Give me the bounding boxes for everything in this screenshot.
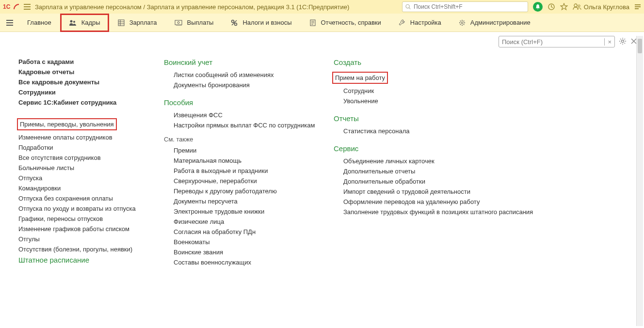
see-also-heading: См. также [164, 136, 334, 143]
link-overtime[interactable]: Сверхурочные, переработки [174, 177, 334, 185]
svg-point-8 [578, 5, 580, 7]
link-comp-off[interactable]: Отгулы [18, 235, 164, 243]
group-service: Сервис [334, 144, 547, 153]
favorites-button[interactable] [560, 3, 568, 11]
group-create: Создать [334, 58, 547, 66]
menu-reports[interactable]: Отчетность, справки [301, 14, 390, 32]
link-military-change[interactable]: Листки сообщений об изменениях [174, 71, 334, 78]
link-vacation-schedules[interactable]: Графики, переносы отпусков [18, 215, 164, 222]
global-search[interactable] [402, 1, 528, 12]
link-bonuses[interactable]: Премии [174, 147, 334, 154]
link-all-absences[interactable]: Все отсутствия сотрудников [18, 154, 164, 161]
window-menu-button[interactable] [634, 3, 641, 10]
svg-point-22 [177, 21, 179, 23]
column-middle: Воинский учет Листки сообщений об измене… [164, 55, 334, 324]
link-all-hr-docs[interactable]: Все кадровые документы [18, 78, 164, 86]
link-extra-reports[interactable]: Дополнительные отчеты [343, 168, 547, 175]
user-icon [573, 3, 581, 10]
link-pay-change[interactable]: Изменение оплаты сотрудников [18, 134, 164, 141]
svg-point-31 [461, 22, 463, 24]
clear-search-button[interactable]: × [604, 38, 612, 46]
link-work-with-hr[interactable]: Работа с кадрами [18, 58, 164, 65]
link-military-offices[interactable]: Военкоматы [174, 238, 334, 246]
user-menu[interactable]: Ольга Круглова [573, 3, 629, 11]
group-staffing[interactable]: Штатное расписание [18, 256, 164, 264]
link-import-labor[interactable]: Импорт сведений о трудовой деятельности [343, 188, 547, 195]
content-settings-button[interactable] [619, 37, 627, 47]
svg-point-16 [73, 21, 75, 23]
link-material-aid[interactable]: Материальная помощь [174, 157, 334, 164]
gear-icon [459, 19, 466, 26]
people-icon [69, 19, 77, 26]
link-vacations[interactable]: Отпуска [18, 174, 164, 182]
gear-icon [619, 37, 627, 45]
svg-point-24 [232, 20, 234, 22]
link-create-dismissal[interactable]: Увольнение [343, 97, 547, 105]
link-fill-labor-func[interactable]: Заполнение трудовых функций в позициях ш… [343, 208, 547, 216]
menu-toggle[interactable] [4, 14, 18, 32]
link-schedule-change[interactable]: Изменение графиков работы списком [18, 225, 164, 233]
vertical-scrollbar[interactable] [636, 36, 643, 326]
menu-hr[interactable]: Кадры [60, 14, 109, 32]
svg-rect-17 [118, 20, 124, 26]
user-name: Ольга Круглова [584, 3, 629, 11]
link-hire-transfer-fire[interactable]: Приемы, переводы, увольнения [18, 120, 115, 129]
link-trips[interactable]: Командировки [18, 185, 164, 192]
svg-text:1C: 1C [3, 3, 11, 10]
link-weekend-work[interactable]: Работа в выходные и праздники [174, 167, 334, 174]
content-search[interactable]: × [499, 36, 615, 47]
window-title: Зарплата и управление персоналом / Зарпл… [35, 3, 349, 11]
menu-admin[interactable]: Администрирование [450, 14, 539, 32]
link-extra-processing[interactable]: Дополнительные обработки [343, 178, 547, 185]
svg-line-5 [409, 8, 410, 9]
hamburger-icon[interactable] [23, 3, 31, 10]
link-create-employee[interactable]: Сотрудник [343, 87, 547, 94]
search-icon [405, 4, 411, 10]
link-booking-docs[interactable]: Документы бронирования [174, 81, 334, 89]
link-1c-cabinet[interactable]: Сервис 1С:Кабинет сотрудника [18, 99, 164, 106]
title-bar: 1C Зарплата и управление персоналом / За… [0, 0, 644, 14]
content-area: Работа с кадрами Кадровые отчеты Все кад… [0, 49, 644, 324]
link-remote-transfers[interactable]: Оформление переводов на удаленную работу [343, 198, 547, 205]
notifications-button[interactable] [533, 2, 543, 12]
menu-main[interactable]: Главное [18, 14, 60, 32]
percent-icon [231, 19, 238, 26]
link-consent[interactable]: Согласия на обработку ПДн [174, 228, 334, 235]
menu-payments[interactable]: Выплаты [166, 14, 223, 32]
link-sick-leaves[interactable]: Больничные листы [18, 164, 164, 172]
svg-rect-21 [175, 20, 182, 25]
history-button[interactable] [547, 3, 555, 11]
link-parental-leave[interactable]: Отпуска по уходу и возвраты из отпуска [18, 205, 164, 212]
star-icon [560, 3, 568, 11]
link-staff-stats[interactable]: Статистика персонала [343, 127, 547, 135]
link-transfers-other[interactable]: Переводы к другому работодателю [174, 187, 334, 195]
global-search-input[interactable] [414, 3, 525, 10]
logo-arc-icon [14, 4, 19, 10]
link-military-staff[interactable]: Составы военнослужащих [174, 259, 334, 266]
link-side-jobs[interactable]: Подработки [18, 144, 164, 151]
svg-point-15 [70, 20, 72, 22]
content-search-input[interactable] [502, 38, 602, 46]
link-individuals[interactable]: Физические лица [174, 218, 334, 225]
link-fss-settings[interactable]: Настройки прямых выплат ФСС по сотрудник… [174, 122, 334, 129]
link-merge-cards[interactable]: Объединение личных карточек [343, 157, 547, 165]
column-right: Создать Прием на работу Сотрудник Увольн… [334, 55, 547, 324]
link-military-ranks[interactable]: Воинские звания [174, 249, 334, 256]
link-unpaid-leave[interactable]: Отпуска без сохранения оплаты [18, 195, 164, 202]
link-fss-notices[interactable]: Извещения ФСС [174, 111, 334, 119]
app-logo: 1C [3, 3, 19, 10]
scrollbar-thumb[interactable] [638, 39, 642, 53]
link-elabor-books[interactable]: Электронные трудовые книжки [174, 208, 334, 215]
menu-taxes[interactable]: Налоги и взносы [222, 14, 300, 32]
link-employees[interactable]: Сотрудники [18, 89, 164, 96]
link-hire[interactable]: Прием на работу [334, 73, 386, 82]
group-benefits: Пособия [164, 98, 334, 107]
link-pers-docs[interactable]: Документы персучета [174, 198, 334, 205]
link-hr-reports[interactable]: Кадровые отчеты [18, 68, 164, 76]
group-reports: Отчеты [334, 114, 547, 123]
menu-salary[interactable]: Зарплата [109, 14, 166, 32]
svg-point-32 [622, 40, 624, 42]
link-absences-other[interactable]: Отсутствия (болезни, прогулы, неявки) [18, 246, 164, 253]
content-toolbar: × [0, 32, 644, 49]
menu-settings[interactable]: Настройка [390, 14, 450, 32]
